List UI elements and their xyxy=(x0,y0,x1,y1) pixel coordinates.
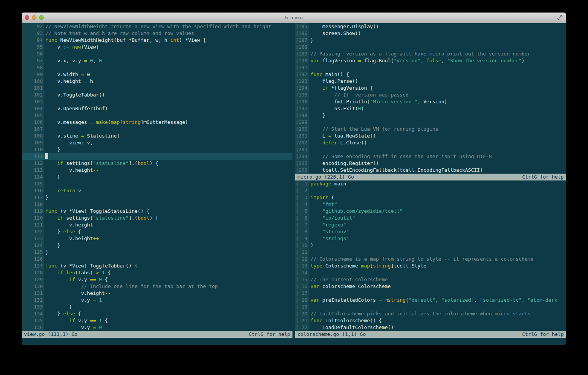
code-line-185[interactable]: |185 messenger.Display() xyxy=(295,23,566,30)
gutter-cell: |187 xyxy=(295,37,309,44)
code-line-19[interactable]: | 19 xyxy=(295,304,566,310)
code-line-135[interactable]: 135 if v.y == 1 { xyxy=(22,317,292,324)
code-line-98[interactable]: 98 xyxy=(22,64,292,71)
code-text: } else { xyxy=(44,228,292,235)
code-line-128[interactable]: 128 if len(tabs) > 1 { xyxy=(22,269,292,276)
pane-micro-go[interactable]: |185 messenger.Display()|186 screen.Show… xyxy=(295,23,566,174)
code-line-96[interactable]: 96 xyxy=(22,51,292,57)
code-line-16[interactable]: | 16var colorscheme Colorscheme xyxy=(295,283,566,290)
code-line-13[interactable]: | 13type Colorscheme map[string]tcell.St… xyxy=(295,263,566,269)
code-line-188[interactable]: |188 xyxy=(295,44,566,51)
code-line-93[interactable]: 93// Note that w and h are raw column an… xyxy=(22,30,292,37)
code-line-127[interactable]: 127func (v *View) ToggleTabbar() { xyxy=(22,263,292,269)
code-line-194[interactable]: |194 if *flagVersion { xyxy=(295,85,566,92)
code-line-12[interactable]: | 12// Colorscheme is a map from string … xyxy=(295,256,566,263)
code-line-104[interactable]: 104 v.OpenBuffer(buf) xyxy=(22,105,292,112)
code-line-14[interactable]: | 14 xyxy=(295,269,566,276)
code-line-121[interactable]: 121 v.height-- xyxy=(22,222,292,228)
code-line-105[interactable]: 105 xyxy=(22,112,292,119)
code-line-102[interactable]: 102 v.ToggleTabbar() xyxy=(22,92,292,98)
code-line-202[interactable]: |202 defer L.Close() xyxy=(295,139,566,146)
code-line-3[interactable]: | 3import ( xyxy=(295,194,566,201)
code-line-99[interactable]: 99 v.width = w xyxy=(22,71,292,78)
code-line-8[interactable]: | 8 "strconv" xyxy=(295,228,566,235)
code-line-130[interactable]: 130 // Include one line for the tab bar … xyxy=(22,283,292,290)
code-line-120[interactable]: 120 if settings["statusline"].(bool) { xyxy=(22,215,292,222)
code-line-196[interactable]: |196 fmt.Println("Micro version:", Versi… xyxy=(295,98,566,105)
statusbar-file-info: micro.go (226,1) Go xyxy=(297,174,354,180)
code-line-9[interactable]: | 9 "strings" xyxy=(295,235,566,242)
code-line-18[interactable]: | 18var preInstalledColors = □string{"de… xyxy=(295,297,566,304)
code-line-4[interactable]: | 4 "fmt" xyxy=(295,201,566,208)
code-line-133[interactable]: 133 } xyxy=(22,304,292,310)
code-line-15[interactable]: | 15// The current colorscheme xyxy=(295,276,566,283)
code-text: v.ToggleTabbar() xyxy=(44,92,292,98)
code-line-187[interactable]: |187} xyxy=(295,37,566,44)
code-line-7[interactable]: | 7 "regexp" xyxy=(295,222,566,228)
code-line-115[interactable]: 115 xyxy=(22,180,292,187)
code-line-106[interactable]: 106 v.messages = make(map[string]□Gutter… xyxy=(22,119,292,126)
code-line-109[interactable]: 109 view: v, xyxy=(22,139,292,146)
code-line-125[interactable]: 125} xyxy=(22,249,292,256)
gutter-cell: 93 xyxy=(22,30,44,37)
code-line-92[interactable]: 92// NewViewWidthHeight returns a new vi… xyxy=(22,23,292,30)
code-line-131[interactable]: 131 v.height-- xyxy=(22,290,292,297)
code-line-100[interactable]: 100 v.height = h xyxy=(22,78,292,85)
code-line-206[interactable]: |206 tcell.SetEncodingFallback(tcell.Enc… xyxy=(295,167,566,174)
code-line-190[interactable]: |190var flagVersion = flag.Bool("version… xyxy=(295,57,566,64)
code-line-118[interactable]: 118 xyxy=(22,201,292,208)
fullscreen-icon[interactable] xyxy=(557,14,563,21)
line-number: 105 xyxy=(34,112,43,118)
code-line-117[interactable]: 117} xyxy=(22,194,292,201)
code-line-113[interactable]: 113 v.height-- xyxy=(22,167,292,174)
code-line-124[interactable]: 124 } xyxy=(22,242,292,249)
code-line-203[interactable]: |203 xyxy=(295,146,566,153)
code-line-95[interactable]: 95 v := new(View) xyxy=(22,44,292,51)
code-line-201[interactable]: |201 L = lua.NewState() xyxy=(295,133,566,139)
code-line-199[interactable]: |199 xyxy=(295,119,566,126)
code-line-193[interactable]: |193 flag.Parse() xyxy=(295,78,566,85)
code-line-136[interactable]: 136 v.y = 0 xyxy=(22,324,292,331)
code-line-110[interactable]: 110 } xyxy=(22,146,292,153)
code-line-189[interactable]: |189// Passing -version as a flag will h… xyxy=(295,51,566,57)
code-line-119[interactable]: 119func (v *View) ToggleStatusLine() { xyxy=(22,208,292,215)
code-line-123[interactable]: 123 v.height++ xyxy=(22,235,292,242)
code-line-114[interactable]: 114 } xyxy=(22,174,292,180)
code-line-126[interactable]: 126 xyxy=(22,256,292,263)
code-line-94[interactable]: 94func NewViewWidthHeight(buf *Buffer, w… xyxy=(22,37,292,44)
code-line-1[interactable]: | 1package main xyxy=(295,180,566,187)
code-line-111[interactable]: 111 xyxy=(22,153,292,160)
pane-view-go[interactable]: 92// NewViewWidthHeight returns a new vi… xyxy=(22,23,292,331)
code-line-6[interactable]: | 6 "io/ioutil" xyxy=(295,215,566,222)
code-line-129[interactable]: 129 if v.y == 0 { xyxy=(22,276,292,283)
code-line-192[interactable]: |192func main() { xyxy=(295,71,566,78)
code-line-107[interactable]: 107 xyxy=(22,126,292,133)
code-line-108[interactable]: 108 v.sline = Statusline{ xyxy=(22,133,292,139)
code-line-198[interactable]: |198 } xyxy=(295,112,566,119)
code-line-5[interactable]: | 5 "github.com/zyedidia/tcell" xyxy=(295,208,566,215)
code-line-186[interactable]: |186 screen.Show() xyxy=(295,30,566,37)
code-line-17[interactable]: | 17 xyxy=(295,290,566,297)
code-line-10[interactable]: | 10) xyxy=(295,242,566,249)
code-line-200[interactable]: |200 // Start the Lua VM for running plu… xyxy=(295,126,566,133)
code-line-101[interactable]: 101 xyxy=(22,85,292,92)
pane-colorscheme-go[interactable]: | 1package main| 2| 3import (| 4 "fmt"| … xyxy=(295,180,566,331)
code-line-22[interactable]: | 22 LoadDefaultColorscheme() xyxy=(295,324,566,331)
code-line-205[interactable]: |205 encoding.Register() xyxy=(295,160,566,167)
code-line-204[interactable]: |204 // Some encoding stuff in case the … xyxy=(295,153,566,160)
code-line-103[interactable]: 103 xyxy=(22,98,292,105)
code-line-116[interactable]: 116 return v xyxy=(22,187,292,194)
code-line-21[interactable]: | 21func InitColorscheme() { xyxy=(295,317,566,324)
code-line-2[interactable]: | 2 xyxy=(295,187,566,194)
code-line-122[interactable]: 122 } else { xyxy=(22,228,292,235)
code-line-197[interactable]: |197 os.Exit(0) xyxy=(295,105,566,112)
code-line-134[interactable]: 134 } else { xyxy=(22,310,292,317)
code-line-195[interactable]: |195 // If -version was passed xyxy=(295,92,566,98)
code-line-112[interactable]: 112 if settings["statusline"].(bool) { xyxy=(22,160,292,167)
code-line-11[interactable]: | 11 xyxy=(295,249,566,256)
code-line-191[interactable]: |191 xyxy=(295,64,566,71)
code-line-97[interactable]: 97 v.x, v.y = 0, 0 xyxy=(22,57,292,64)
titlebar[interactable]: 5. micro xyxy=(22,13,566,23)
code-line-132[interactable]: 132 v.y = 1 xyxy=(22,297,292,304)
code-line-20[interactable]: | 20// InitColorscheme picks and initial… xyxy=(295,310,566,317)
